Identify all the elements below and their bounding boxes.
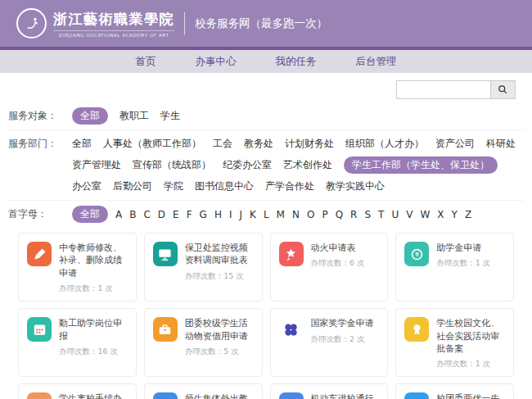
card-count: 办理次数：15 次 xyxy=(185,271,255,282)
card-title[interactable]: 国家奖学金申请 xyxy=(311,317,374,329)
filter-row-target: 服务对象： 全部 教职工 学生 xyxy=(8,102,524,129)
letter-option[interactable]: K xyxy=(250,207,256,222)
service-card[interactable]: 机动车进校通行证申请 办理次数：45 次 xyxy=(270,383,389,399)
service-card[interactable]: 勤工助学岗位申报 办理次数：16 次 xyxy=(18,308,137,377)
service-card[interactable]: 国家奖学金申请 办理次数：2 次 xyxy=(270,308,389,377)
letter-option[interactable]: R xyxy=(350,207,357,222)
dept-option[interactable]: 科研处 xyxy=(486,135,516,152)
search-input[interactable] xyxy=(396,80,491,99)
school-logo xyxy=(16,8,47,39)
dept-option[interactable]: 组织部（人才办） xyxy=(345,135,424,152)
letter-option[interactable]: G xyxy=(200,207,207,222)
card-title[interactable]: 中专教师修改、补录、删除成绩申请 xyxy=(59,242,129,279)
service-card[interactable]: 师生集体外出教育实践活动安全审批 办理次数：49 次 xyxy=(144,383,263,399)
nav-admin[interactable]: 后台管理 xyxy=(356,55,397,69)
dept-option[interactable]: 全部 xyxy=(72,135,92,152)
letter-option[interactable]: M xyxy=(277,207,285,222)
target-option-staff[interactable]: 教职工 xyxy=(119,107,149,125)
card-count: 办理次数：2 次 xyxy=(311,334,374,345)
service-card[interactable]: 保卫处监控视频资料调阅审批表 办理次数：15 次 xyxy=(144,233,263,302)
service-card[interactable]: ¥ 助学金申请 办理次数：1 次 xyxy=(395,233,514,302)
service-card[interactable]: 中专教师修改、补录、删除成绩申请 办理次数：1 次 xyxy=(18,233,137,302)
dept-option[interactable]: 资产公司 xyxy=(435,135,475,152)
letter-option[interactable]: P xyxy=(322,207,327,222)
dept-option[interactable]: 教务处 xyxy=(244,135,273,152)
letter-option[interactable]: O xyxy=(307,207,314,222)
dept-option[interactable]: 宣传部（统战部） xyxy=(133,156,211,174)
dept-option[interactable]: 艺术创作处 xyxy=(283,156,332,174)
letter-option[interactable]: E xyxy=(173,207,179,222)
card-title[interactable]: 动火申请表 xyxy=(311,242,365,254)
letter-option[interactable]: W xyxy=(420,207,430,222)
dept-option[interactable]: 资产管理处 xyxy=(72,156,121,174)
card-title[interactable]: 团委校级学生活动物资借用申请 xyxy=(185,317,255,342)
search-row xyxy=(0,73,532,102)
group-icon xyxy=(153,392,178,399)
dept-option[interactable]: 办公室 xyxy=(72,178,101,195)
dept-option[interactable]: 人事处（教师工作部） xyxy=(103,135,201,152)
letter-option[interactable]: U xyxy=(391,207,399,222)
letter-option[interactable]: C xyxy=(143,207,150,222)
service-card-grid: 中专教师修改、补录、删除成绩申请 办理次数：1 次 保卫处监控视频资料调阅审批表… xyxy=(0,228,532,399)
monitor-icon xyxy=(153,242,178,266)
dept-option[interactable]: 产学合作处 xyxy=(265,178,314,195)
school-name-en: ZHEJIANG VOCATIONAL ACADEMY OF ART xyxy=(53,30,174,38)
letter-option[interactable]: F xyxy=(187,207,192,222)
target-option-student[interactable]: 学生 xyxy=(160,107,180,125)
service-card[interactable]: 学生离校手续办理 办理次数：8 次 xyxy=(18,383,137,399)
service-card[interactable]: 动火申请表 办理次数：6 次 xyxy=(270,233,389,302)
letter-option[interactable]: A xyxy=(115,207,122,222)
pen-icon xyxy=(27,242,52,266)
search-button[interactable] xyxy=(491,80,516,99)
card-title[interactable]: 师生集体外出教育实践活动安全审批 xyxy=(185,392,255,399)
card-title[interactable]: 校团委两优一先评定材料申报 xyxy=(436,392,507,399)
card-title[interactable]: 保卫处监控视频资料调阅审批表 xyxy=(185,242,255,267)
service-card[interactable]: 校团委两优一先评定材料申报 办理次数：1 次 xyxy=(395,383,514,399)
medal-icon xyxy=(404,317,429,342)
card-title[interactable]: 学生校园文化、社会实践活动审批备案 xyxy=(436,317,507,355)
letter-option[interactable]: T xyxy=(378,207,384,222)
card-count: 办理次数：16 次 xyxy=(59,347,129,357)
filter-row-department: 服务部门： 全部 人事处（教师工作部） 工会 教务处 计划财务处 组织部（人才办… xyxy=(8,129,524,200)
dept-option[interactable]: 纪委办公室 xyxy=(223,156,272,174)
header-divider xyxy=(184,12,185,35)
nav-service-center[interactable]: 办事中心 xyxy=(196,55,237,69)
letter-option[interactable]: L xyxy=(264,207,269,222)
card-count: 办理次数：1 次 xyxy=(436,359,507,370)
dept-option[interactable]: 学院 xyxy=(164,178,183,195)
card-title[interactable]: 机动车进校通行证申请 xyxy=(311,392,381,399)
target-option-all[interactable]: 全部 xyxy=(72,107,108,125)
letter-option[interactable]: Y xyxy=(452,207,458,222)
dept-option[interactable]: 工会 xyxy=(213,135,232,152)
letter-option[interactable]: I xyxy=(229,207,232,222)
dept-option[interactable]: 图书信息中心 xyxy=(195,178,254,195)
letter-option-all[interactable]: 全部 xyxy=(72,206,108,223)
dept-option-selected[interactable]: 学生工作部（学生处、保卫处） xyxy=(344,156,498,174)
search-icon xyxy=(497,84,509,96)
nav-my-tasks[interactable]: 我的任务 xyxy=(276,55,317,69)
letter-option[interactable]: B xyxy=(129,207,136,222)
letter-option[interactable]: V xyxy=(406,207,413,222)
letter-option[interactable]: N xyxy=(292,207,300,222)
letter-option[interactable]: Z xyxy=(465,207,471,222)
letter-option[interactable]: S xyxy=(364,207,371,222)
letter-option[interactable]: X xyxy=(437,207,444,222)
service-card[interactable]: 学生校园文化、社会实践活动审批备案 办理次数：1 次 xyxy=(395,308,514,377)
filter-label-target: 服务对象： xyxy=(8,107,72,123)
card-title[interactable]: 勤工助学岗位申报 xyxy=(59,317,129,342)
dept-option[interactable]: 教学实践中心 xyxy=(326,178,385,195)
filter-options-target: 全部 教职工 学生 xyxy=(72,107,180,125)
letter-option[interactable]: D xyxy=(158,207,165,222)
letter-option[interactable]: Q xyxy=(336,207,343,222)
letter-option[interactable]: H xyxy=(214,207,222,222)
school-name-block: 浙江藝術職業學院 ZHEJIANG VOCATIONAL ACADEMY OF … xyxy=(53,10,174,38)
school-name-zh: 浙江藝術職業學院 xyxy=(53,10,174,29)
card-title[interactable]: 助学金申请 xyxy=(436,242,490,254)
letter-option[interactable]: J xyxy=(239,207,242,222)
dept-option[interactable]: 计划财务处 xyxy=(285,135,334,152)
dept-option[interactable]: 后勤公司 xyxy=(113,178,152,195)
nav-home[interactable]: 首页 xyxy=(136,55,156,69)
card-title[interactable]: 学生离校手续办理 xyxy=(59,392,129,399)
svg-text:¥: ¥ xyxy=(415,251,419,258)
service-card[interactable]: 团委校级学生活动物资借用申请 办理次数：5 次 xyxy=(144,308,263,377)
